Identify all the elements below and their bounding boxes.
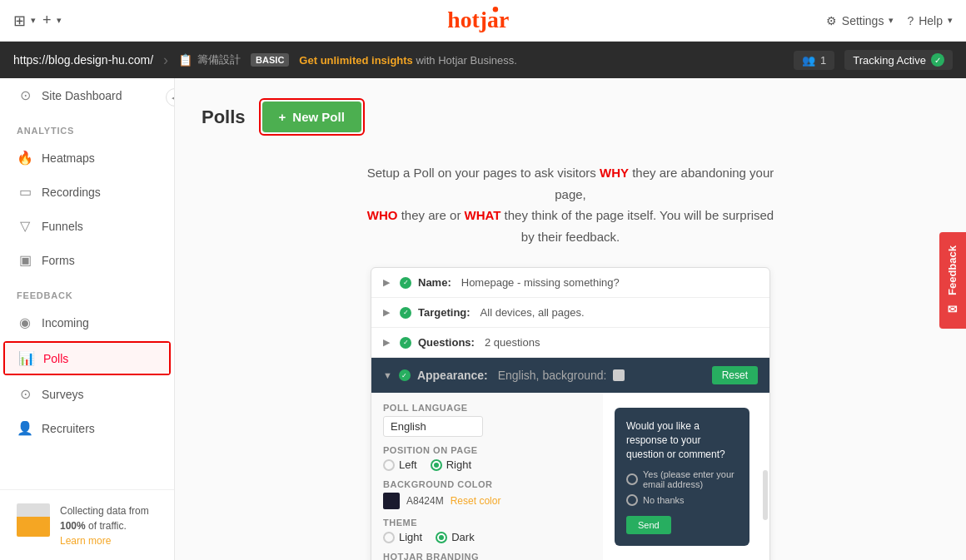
new-poll-plus-icon: +: [279, 110, 286, 124]
help-button[interactable]: ? Help ▾: [907, 14, 953, 27]
position-right-option[interactable]: Right: [431, 458, 471, 471]
what-label: WHAT: [465, 208, 501, 222]
position-left-option[interactable]: Left: [383, 458, 417, 471]
row2-green-dot: [400, 307, 411, 319]
info-text-4: they think of the page itself. You will …: [505, 208, 774, 244]
funnels-icon: ▽: [17, 218, 33, 234]
upgrade-with-text: with Hotjar Business.: [416, 54, 516, 67]
forms-icon: ▣: [17, 252, 33, 268]
collecting-text2: of traffic.: [88, 520, 127, 532]
color-swatch[interactable]: [383, 493, 400, 509]
visitors-icon: 👥: [802, 54, 815, 67]
row2-label: Targeting:: [418, 306, 471, 319]
position-right-label: Right: [446, 458, 471, 471]
sidebar-item-polls[interactable]: 📊 Polls: [5, 343, 169, 374]
poll-question: Would you like a response to your questi…: [626, 419, 738, 461]
row4-label: Appearance:: [417, 369, 488, 382]
settings-dropdown-icon: ▾: [889, 15, 894, 26]
upgrade-text[interactable]: Get unlimited insights with Hotjar Busin…: [299, 54, 517, 67]
left-radio: [383, 459, 395, 471]
row3-label: Questions:: [418, 336, 475, 349]
settings-label: Settings: [842, 14, 884, 27]
add-dropdown-icon: ▾: [57, 15, 62, 26]
preview-row-targeting[interactable]: ▶ Targeting: All devices, all pages.: [371, 298, 769, 328]
hotjar-logo-svg: hotjar: [447, 6, 518, 32]
theme-dark-option[interactable]: Dark: [436, 531, 474, 543]
sidebar-item-surveys[interactable]: ⊙ Surveys: [0, 377, 174, 411]
visitors-button[interactable]: 👥 1: [794, 51, 834, 70]
why-label: WHY: [600, 166, 629, 180]
feedback-icon: ✉: [946, 301, 959, 315]
polls-item-wrapper: 📊 Polls: [3, 341, 171, 375]
sidebar-bottom-text: Collecting data from 100% of traffic.: [60, 503, 157, 533]
info-text-3: they are or: [401, 208, 461, 222]
dashboard-icon-button[interactable]: ⊞ ▾: [13, 12, 36, 30]
preview-appearance-bar[interactable]: ▼ Appearance: English, background: Reset: [371, 358, 769, 393]
info-text: Setup a Poll on your pages to ask visito…: [362, 162, 779, 247]
row4-arrow: ▼: [383, 370, 392, 380]
site-url[interactable]: https://blog.design-hu.com/: [13, 53, 153, 67]
site-name-icon: 📋: [178, 53, 192, 67]
sidebar-item-site-dashboard[interactable]: ⊙ Site Dashboard: [0, 78, 174, 112]
main-content: Polls + New Poll Setup a Poll on your pa…: [175, 78, 966, 560]
preview-card: ▶ Name: Homepage - missing something? ▶ …: [371, 267, 770, 560]
collecting-percent: 100%: [60, 520, 86, 532]
traffic-chart-icon: [17, 503, 50, 537]
sidebar-item-funnels[interactable]: ▽ Funnels: [0, 209, 174, 243]
sidebar-item-recordings[interactable]: ▭ Recordings: [0, 175, 174, 209]
upgrade-text-strong: Get unlimited insights: [299, 54, 413, 67]
site-name-badge: 📋 籌備設計: [178, 52, 241, 67]
poll-widget-preview: Would you like a response to your questi…: [603, 393, 769, 560]
option1-label: Yes (please enter your email address): [643, 469, 738, 489]
scrollbar-area: [763, 470, 769, 520]
color-code: A8424M: [406, 495, 444, 507]
theme-light-option[interactable]: Light: [383, 531, 422, 543]
poll-lang-value[interactable]: English: [383, 416, 483, 437]
tracking-active-button[interactable]: Tracking Active: [844, 50, 953, 70]
top-nav-right: ⚙ Settings ▾ ? Help ▾: [826, 14, 953, 27]
poll-lang-label: POLL LANGUAGE: [383, 403, 591, 413]
bg-color-label: BACKGROUND COLOR: [383, 479, 591, 489]
branding-row: HOTJAR BRANDING Hide BUSINESS: [383, 552, 591, 560]
recruiters-label: Recruiters: [42, 422, 95, 435]
collecting-text1: Collecting data from: [60, 505, 149, 517]
poll-widget-mock: Would you like a response to your questi…: [615, 408, 749, 546]
position-row: POSITION ON PAGE Left Right: [383, 445, 591, 471]
tracking-label: Tracking Active: [853, 54, 926, 67]
sidebar-item-heatmaps[interactable]: 🔥 Heatmaps: [0, 141, 174, 175]
sidebar-item-recruiters[interactable]: 👤 Recruiters: [0, 411, 174, 445]
scrollbar-thumb[interactable]: [763, 470, 768, 520]
preview-row-questions[interactable]: ▶ Questions: 2 questions: [371, 328, 769, 358]
learn-more-link[interactable]: Learn more: [60, 535, 111, 547]
new-poll-button[interactable]: + New Poll: [262, 102, 361, 132]
sidebar-bottom: Collecting data from 100% of traffic. Le…: [0, 489, 174, 560]
poll-submit-btn[interactable]: Send: [626, 516, 671, 534]
add-button[interactable]: + ▾: [42, 12, 62, 29]
save-btn[interactable]: Reset: [712, 366, 758, 384]
sidebar: ◀ ⊙ Site Dashboard ANALYTICS 🔥 Heatmaps …: [0, 78, 175, 560]
sidebar-item-forms[interactable]: ▣ Forms: [0, 243, 174, 277]
recordings-icon: ▭: [17, 184, 33, 200]
option2-radio: [626, 494, 638, 506]
polls-icon: 📊: [18, 350, 35, 366]
page-header: Polls + New Poll: [202, 98, 939, 136]
feedback-tab[interactable]: ✉ Feedback: [939, 232, 966, 329]
sidebar-item-incoming[interactable]: ◉ Incoming: [0, 305, 174, 339]
incoming-label: Incoming: [42, 316, 89, 330]
row2-value: All devices, all pages.: [481, 306, 585, 319]
surveys-icon: ⊙: [17, 386, 33, 402]
position-options: Left Right: [383, 458, 591, 471]
sidebar-bottom-info: Collecting data from 100% of traffic. Le…: [60, 503, 157, 547]
row1-value: Homepage - missing something?: [461, 276, 620, 289]
settings-button[interactable]: ⚙ Settings ▾: [826, 14, 894, 27]
row2-arrow: ▶: [383, 307, 390, 318]
preview-row-name[interactable]: ▶ Name: Homepage - missing something?: [371, 268, 769, 298]
theme-dark-label: Dark: [451, 531, 474, 543]
heatmaps-icon: 🔥: [17, 150, 33, 166]
funnels-label: Funnels: [42, 220, 83, 233]
polls-label: Polls: [43, 352, 68, 365]
color-reset[interactable]: Reset color: [451, 495, 501, 507]
who-label: WHO: [367, 208, 398, 222]
site-name: 籌備設計: [197, 52, 241, 67]
dark-radio: [436, 532, 447, 543]
